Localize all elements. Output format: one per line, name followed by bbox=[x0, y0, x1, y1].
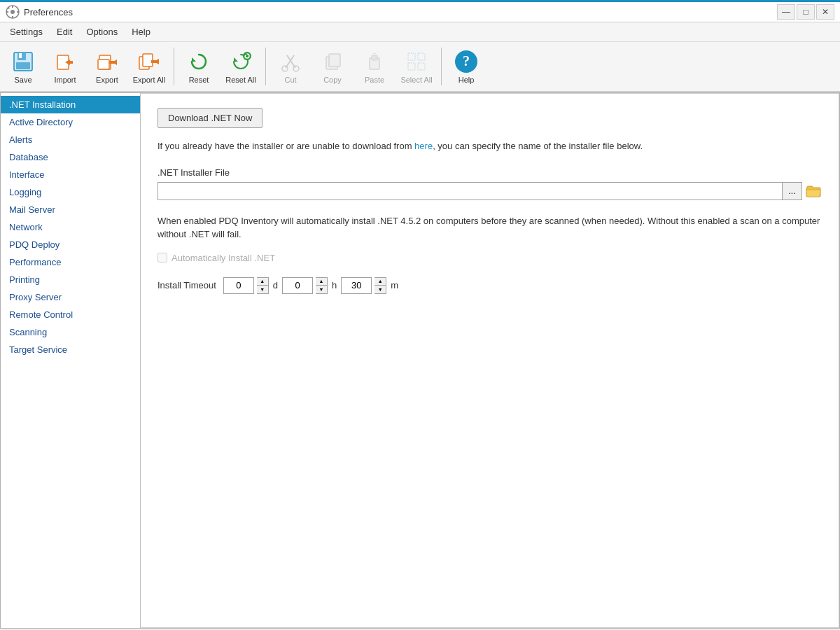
file-input-row: ... bbox=[158, 182, 822, 200]
import-button[interactable]: Import bbox=[45, 44, 85, 89]
timeout-hours-group: 0 ▲ ▼ bbox=[282, 277, 328, 294]
cut-button[interactable]: Cut bbox=[270, 44, 311, 89]
help-icon: ? bbox=[454, 49, 479, 74]
svg-point-1 bbox=[10, 10, 15, 14]
paste-icon bbox=[362, 49, 387, 74]
copy-button[interactable]: Copy bbox=[312, 44, 353, 89]
timeout-days-up[interactable]: ▲ bbox=[257, 278, 268, 286]
svg-marker-22 bbox=[192, 57, 196, 62]
sidebar-item-mail-server[interactable]: Mail Server bbox=[1, 201, 140, 218]
sidebar-item-remote-control[interactable]: Remote Control bbox=[1, 306, 140, 323]
svg-rect-35 bbox=[418, 53, 425, 60]
sidebar-item-scanning[interactable]: Scanning bbox=[1, 323, 140, 341]
svg-text:?: ? bbox=[463, 53, 470, 69]
separator-1 bbox=[174, 48, 174, 85]
sidebar-item-printing[interactable]: Printing bbox=[1, 271, 140, 288]
reset-all-button[interactable]: Reset All bbox=[220, 44, 261, 89]
sidebar-item-target-service[interactable]: Target Service bbox=[1, 341, 140, 358]
svg-rect-9 bbox=[19, 53, 22, 58]
info-text: When enabled PDQ Inventory will automati… bbox=[158, 214, 822, 241]
svg-rect-34 bbox=[408, 53, 415, 60]
auto-install-label: Automatically Install .NET bbox=[172, 253, 275, 263]
menu-edit[interactable]: Edit bbox=[50, 24, 79, 40]
auto-install-row: Automatically Install .NET bbox=[158, 253, 822, 263]
sidebar-item-logging[interactable]: Logging bbox=[1, 183, 140, 201]
timeout-minutes-down[interactable]: ▼ bbox=[374, 286, 386, 293]
timeout-minutes-group: 30 ▲ ▼ bbox=[341, 277, 386, 294]
svg-rect-13 bbox=[67, 61, 73, 64]
sidebar-item-net-installation[interactable]: .NET Installation bbox=[1, 96, 140, 113]
sidebar-item-alerts[interactable]: Alerts bbox=[1, 131, 140, 148]
timeout-hours-input[interactable]: 0 bbox=[282, 277, 313, 294]
installer-file-label: .NET Installer File bbox=[158, 167, 822, 178]
svg-rect-37 bbox=[418, 63, 425, 70]
timeout-label: Install Timeout bbox=[158, 280, 216, 290]
sidebar-item-performance[interactable]: Performance bbox=[1, 253, 140, 271]
here-link[interactable]: here bbox=[414, 141, 433, 151]
export-button[interactable]: Export bbox=[87, 44, 127, 89]
select-all-button[interactable]: Select All bbox=[396, 44, 437, 89]
close-button[interactable]: ✕ bbox=[816, 4, 834, 20]
sidebar-item-interface[interactable]: Interface bbox=[1, 166, 140, 183]
days-unit: d bbox=[273, 280, 278, 290]
save-button[interactable]: Save bbox=[3, 44, 43, 89]
timeout-days-input[interactable]: 0 bbox=[223, 277, 254, 294]
select-all-label: Select All bbox=[400, 76, 432, 84]
copy-label: Copy bbox=[323, 76, 342, 84]
reset-all-icon bbox=[228, 49, 253, 74]
timeout-minutes-btns: ▲ ▼ bbox=[374, 277, 386, 294]
export-icon bbox=[94, 49, 120, 74]
export-label: Export bbox=[96, 76, 118, 84]
reset-icon bbox=[186, 49, 211, 74]
svg-rect-21 bbox=[151, 60, 159, 63]
save-icon bbox=[10, 49, 36, 74]
svg-marker-23 bbox=[234, 57, 238, 62]
menu-help[interactable]: Help bbox=[125, 24, 158, 40]
cut-icon bbox=[278, 49, 303, 74]
reset-label: Reset bbox=[189, 76, 209, 84]
import-label: Import bbox=[54, 76, 76, 84]
timeout-minutes-input[interactable]: 30 bbox=[341, 277, 372, 294]
download-net-button[interactable]: Download .NET Now bbox=[158, 108, 262, 128]
auto-install-checkbox[interactable] bbox=[158, 253, 167, 262]
main-container: .NET Installation Active Directory Alert… bbox=[0, 92, 840, 629]
svg-rect-31 bbox=[329, 54, 340, 66]
sidebar-item-network[interactable]: Network bbox=[1, 218, 140, 236]
browse-button[interactable]: ... bbox=[783, 182, 802, 200]
svg-rect-36 bbox=[408, 63, 415, 70]
paste-label: Paste bbox=[365, 76, 384, 84]
paste-button[interactable]: Paste bbox=[354, 44, 395, 89]
reset-button[interactable]: Reset bbox=[178, 44, 219, 89]
timeout-days-group: 0 ▲ ▼ bbox=[223, 277, 269, 294]
sidebar-item-proxy-server[interactable]: Proxy Server bbox=[1, 288, 140, 306]
minimize-button[interactable]: — bbox=[777, 4, 795, 20]
timeout-days-down[interactable]: ▼ bbox=[257, 286, 268, 293]
svg-point-28 bbox=[282, 66, 288, 71]
cut-label: Cut bbox=[284, 76, 296, 84]
sidebar-item-database[interactable]: Database bbox=[1, 148, 140, 166]
sidebar: .NET Installation Active Directory Alert… bbox=[1, 93, 141, 628]
description-text: If you already have the installer or are… bbox=[158, 139, 822, 153]
svg-rect-33 bbox=[372, 55, 377, 60]
sidebar-item-active-directory[interactable]: Active Directory bbox=[1, 113, 140, 131]
svg-rect-10 bbox=[16, 62, 30, 69]
timeout-hours-up[interactable]: ▲ bbox=[316, 278, 327, 286]
menu-settings[interactable]: Settings bbox=[3, 24, 50, 40]
save-label: Save bbox=[14, 76, 31, 84]
window-title: Preferences bbox=[24, 7, 777, 18]
maximize-button[interactable]: □ bbox=[797, 4, 815, 20]
help-button[interactable]: ? Help bbox=[446, 44, 486, 89]
export-all-label: Export All bbox=[133, 76, 165, 84]
copy-icon bbox=[320, 49, 345, 74]
svg-rect-15 bbox=[98, 59, 109, 69]
export-all-button[interactable]: Export All bbox=[129, 44, 169, 89]
svg-rect-17 bbox=[109, 61, 117, 64]
window-controls: — □ ✕ bbox=[777, 4, 834, 20]
toolbar: Save Import Export bbox=[0, 42, 840, 92]
installer-file-input[interactable] bbox=[158, 182, 783, 200]
sidebar-item-pdq-deploy[interactable]: PDQ Deploy bbox=[1, 236, 140, 253]
timeout-minutes-up[interactable]: ▲ bbox=[374, 278, 386, 286]
menu-options[interactable]: Options bbox=[79, 24, 125, 40]
timeout-hours-down[interactable]: ▼ bbox=[316, 286, 327, 293]
help-label: Help bbox=[458, 76, 475, 84]
